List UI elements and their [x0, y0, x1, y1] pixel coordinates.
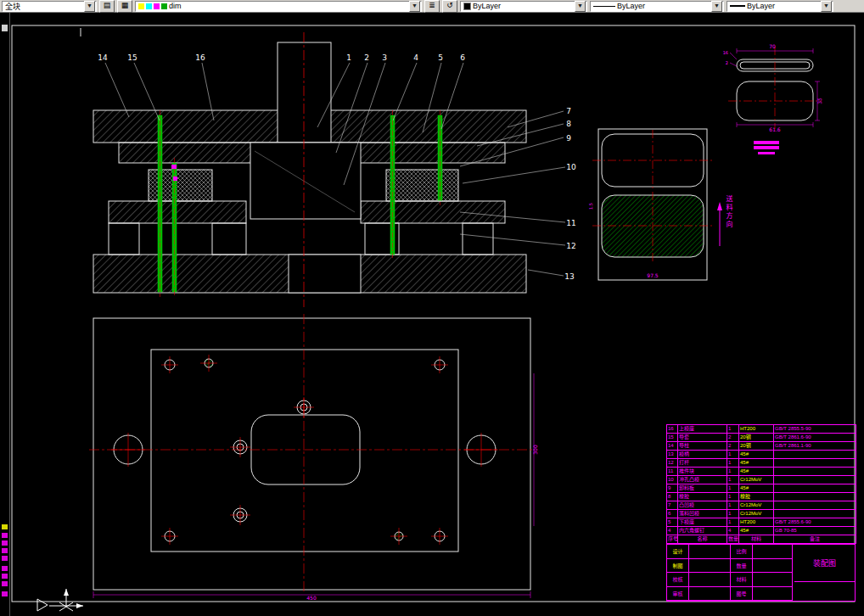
strip-length-dim: 70	[769, 43, 776, 49]
layer-manager-button[interactable]: ▦	[117, 0, 132, 13]
chevron-down-icon[interactable]: ▼	[575, 1, 586, 12]
plan-view	[93, 318, 530, 590]
layer-states-button[interactable]: ≣	[424, 0, 440, 13]
bom-name-cell: 导柱	[678, 442, 727, 451]
tb-value	[689, 587, 731, 602]
bom-header-mat: 材料	[739, 535, 774, 544]
layer-current-icon: ▤	[104, 1, 111, 9]
bom-material-cell: 45#	[739, 527, 774, 535]
callout-7: 7	[566, 107, 571, 115]
bom-name-cell: 凸凹模	[678, 501, 727, 510]
bom-no-cell: 5	[667, 518, 678, 527]
linetype-combo[interactable]: ByLayer ▼	[590, 1, 724, 12]
callout-1: 1	[346, 53, 351, 62]
bom-material-cell: HT200	[739, 518, 774, 527]
bom-standard-cell: GB/T 2861.6-90	[774, 434, 856, 442]
undo-icon: ↺	[446, 1, 453, 9]
left-toolbar-mark	[2, 591, 8, 596]
left-toolbar-strip[interactable]	[0, 13, 10, 616]
strip-dim-a: 16	[723, 50, 728, 55]
callout-16: 16	[195, 53, 205, 62]
bom-no-cell: 14	[667, 442, 678, 451]
title-block-sub-cell	[794, 582, 855, 601]
bom-header-std: 备注	[774, 535, 856, 544]
callout-15: 15	[127, 53, 137, 62]
left-toolbar-mark	[2, 574, 8, 579]
plan-dimensions: 450 300	[93, 373, 538, 601]
style-combo[interactable]: 全块 ▼	[2, 1, 97, 12]
bom-standard-cell	[774, 476, 856, 484]
chevron-down-icon[interactable]: ▼	[84, 1, 95, 12]
chevron-down-icon[interactable]: ▼	[821, 1, 832, 12]
left-toolbar-mark	[2, 540, 8, 546]
bom-qty-cell: 1	[727, 451, 739, 459]
bom-material-cell: 20钢	[739, 434, 774, 442]
bom-qty-cell: 1	[727, 468, 739, 476]
left-toolbar-mark	[2, 548, 8, 553]
bom-qty-cell: 1	[727, 501, 739, 510]
bom-name-cell: 冲孔凸模	[678, 476, 727, 484]
callout-6: 6	[460, 53, 465, 62]
layer-on-icon	[138, 3, 144, 9]
bom-standard-cell	[774, 459, 856, 468]
toolbar-grip[interactable]	[2, 25, 8, 31]
linetype-sample-icon	[593, 6, 615, 7]
layer-previous-button[interactable]: ↺	[442, 0, 457, 13]
color-combo-value: ByLayer	[473, 2, 501, 10]
callout-9: 9	[566, 134, 571, 143]
title-block-right: 装配图	[794, 545, 855, 601]
callout-5: 5	[438, 53, 443, 62]
bom-standard-cell: GB/T 2855.5-90	[774, 425, 856, 434]
bom-no-cell: 15	[667, 434, 678, 442]
chevron-down-icon[interactable]: ▼	[711, 1, 722, 12]
callout-2: 2	[364, 53, 369, 62]
bom-name-cell: 橡胶	[678, 493, 727, 501]
tb-label: 数量	[731, 559, 753, 574]
surface-mark	[173, 176, 177, 181]
feed-direction-arrow	[717, 202, 722, 246]
feed-direction-label: 送料方向	[724, 195, 733, 229]
tb-value	[689, 559, 731, 574]
tb-value	[753, 545, 793, 559]
bom-no-cell: 9	[667, 484, 678, 493]
bom-no-cell: 11	[667, 468, 678, 476]
tb-value	[753, 573, 793, 587]
bom-row: 7 凸凹模 1 Cr12MoV	[667, 501, 856, 510]
bom-header-no: 序号	[667, 535, 678, 544]
bom-material-cell: 45#	[739, 451, 774, 459]
bom-name-cell: 下模座	[678, 518, 727, 527]
bom-no-cell: 6	[667, 510, 678, 518]
bom-qty-cell: 1	[727, 459, 739, 468]
bom-qty-cell: 1	[727, 476, 739, 484]
bom-name-cell: 卸料板	[678, 484, 727, 493]
bom-standard-cell	[774, 484, 856, 493]
left-toolbar-mark	[2, 581, 8, 586]
tb-value	[689, 573, 731, 587]
lineweight-combo[interactable]: ByLayer ▼	[727, 1, 833, 12]
bom-material-cell: 45#	[739, 484, 774, 493]
tb-label: 图号	[731, 587, 753, 602]
part-width-dim: 61.6	[769, 126, 781, 132]
tb-value	[689, 545, 731, 559]
make-layer-current-button[interactable]: ▤	[99, 0, 115, 13]
ucs-icon	[37, 589, 83, 611]
color-combo[interactable]: ByLayer ▼	[460, 1, 587, 12]
bom-standard-cell	[774, 451, 856, 459]
left-toolbar-mark	[2, 524, 8, 529]
bom-row: 9 卸料板 1 45#	[667, 484, 856, 493]
layer-combo[interactable]: dim ▼	[135, 1, 422, 12]
bom-material-cell: HT200	[739, 425, 774, 434]
tb-label: 制图	[667, 559, 689, 574]
bom-name-cell: 打杆	[678, 459, 727, 468]
plan-width-dim: 450	[306, 595, 317, 601]
bom-row: 13 模柄 1 45#	[667, 451, 856, 459]
callout-3: 3	[382, 53, 387, 62]
title-block-grid: 设计 比例 制图 数量 校核 材料 审核 图号	[667, 545, 794, 601]
layer-color-icon	[161, 3, 167, 9]
bom-header-name: 名称	[678, 535, 727, 544]
bom-material-cell: 45#	[739, 468, 774, 476]
lineweight-combo-value: ByLayer	[747, 2, 775, 10]
chevron-down-icon[interactable]: ▼	[409, 1, 420, 12]
strip-dim-b: 2	[726, 60, 728, 65]
note-bars	[754, 141, 779, 154]
